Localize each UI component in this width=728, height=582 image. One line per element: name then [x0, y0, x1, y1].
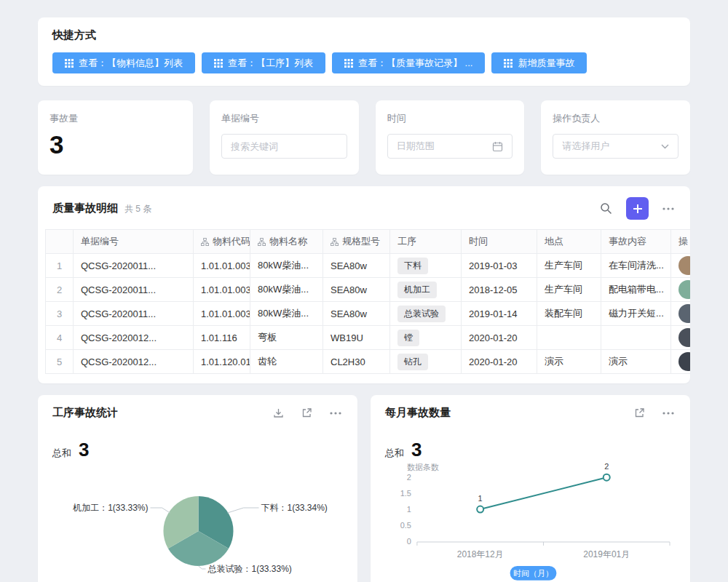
- add-quality-accident-button[interactable]: 新增质量事故: [491, 52, 587, 73]
- cell-doc[interactable]: QCSG-2020011...: [74, 254, 194, 278]
- cell-time[interactable]: 2019-01-03: [462, 254, 537, 278]
- cell-material-code[interactable]: 1.01.01.003: [194, 254, 250, 278]
- date-range-picker[interactable]: 日期范围: [387, 134, 513, 159]
- column-header-spec[interactable]: 规格型号: [323, 230, 390, 254]
- cell-time[interactable]: 2020-01-20: [462, 326, 537, 350]
- avatar: [678, 256, 690, 275]
- cell-time[interactable]: 2019-01-14: [462, 302, 537, 326]
- column-header-material-code[interactable]: 物料代码: [194, 230, 250, 254]
- cell-operator[interactable]: [671, 302, 691, 326]
- cell-process[interactable]: 下料: [390, 254, 462, 278]
- pie-chart-title: 工序事故统计: [52, 406, 118, 420]
- more-options-button[interactable]: [661, 206, 676, 212]
- expand-button[interactable]: [300, 406, 314, 420]
- cell-spec[interactable]: CL2H30: [323, 350, 390, 374]
- cell-spec[interactable]: SEA80w: [323, 278, 390, 302]
- cell-time[interactable]: 2020-01-20: [462, 350, 537, 374]
- table-row[interactable]: 2 QCSG-2020011... 1.01.01.003 80kW柴油... …: [46, 278, 691, 302]
- data-point-1[interactable]: [477, 506, 483, 513]
- column-header-material-name[interactable]: 物料名称: [250, 230, 323, 254]
- cell-material-name[interactable]: 80kW柴油...: [250, 254, 323, 278]
- pie-leader-line: [151, 508, 170, 513]
- cell-process[interactable]: 总装试验: [390, 302, 462, 326]
- cell-process[interactable]: 机加工: [390, 278, 462, 302]
- expand-button[interactable]: [633, 406, 646, 420]
- cell-operator[interactable]: [671, 350, 691, 374]
- download-button[interactable]: [272, 406, 285, 420]
- user-select-placeholder: 请选择用户: [562, 140, 609, 153]
- cell-place[interactable]: 演示: [537, 350, 601, 374]
- avatar: [678, 352, 690, 371]
- column-header-doc[interactable]: 单据编号: [74, 230, 194, 254]
- cell-material-name[interactable]: 80kW柴油...: [250, 278, 323, 302]
- column-header-process[interactable]: 工序: [390, 230, 462, 254]
- grid-view-icon: [214, 59, 223, 68]
- dashboard-page: 快捷方式 查看：【物料信息】列表 查看：【工序】列表 查看：【质量事故记录】 .…: [0, 0, 728, 582]
- process-tag: 机加工: [397, 282, 437, 298]
- column-header-place[interactable]: 地点: [537, 230, 601, 254]
- view-quality-accident-records-button[interactable]: 查看：【质量事故记录】 ...: [332, 52, 485, 73]
- cell-time[interactable]: 2018-12-05: [462, 278, 537, 302]
- cell-content[interactable]: 配电箱带电...: [601, 278, 671, 302]
- cell-spec[interactable]: WB19U: [323, 326, 390, 350]
- cell-material-name[interactable]: 弯板: [250, 326, 323, 350]
- table-row[interactable]: 3 QCSG-2020011... 1.01.01.003 80kW柴油... …: [46, 302, 691, 326]
- cell-material-code[interactable]: 1.01.116: [194, 326, 250, 350]
- column-label: 时间: [469, 235, 488, 248]
- grid-view-icon: [504, 59, 513, 68]
- view-process-list-button[interactable]: 查看：【工序】列表: [202, 52, 325, 73]
- cell-place[interactable]: [537, 326, 601, 350]
- user-select[interactable]: 请选择用户: [553, 134, 678, 159]
- y-tick: 2: [407, 473, 411, 482]
- column-label: 物料名称: [269, 235, 307, 248]
- more-options-button[interactable]: [661, 410, 676, 416]
- cell-operator[interactable]: [671, 278, 691, 302]
- data-line: [480, 477, 607, 509]
- cell-content[interactable]: [601, 326, 671, 350]
- column-header-content[interactable]: 事故内容: [601, 230, 671, 254]
- more-options-button[interactable]: [328, 410, 343, 416]
- cell-material-code[interactable]: 1.01.01.003: [194, 302, 250, 326]
- table-row[interactable]: 5 QCSG-2020012... 1.01.120.01 齿轮 CL2H30 …: [46, 350, 691, 374]
- avatar: [678, 304, 690, 323]
- table-row[interactable]: 1 QCSG-2020011... 1.01.01.003 80kW柴油... …: [46, 254, 691, 278]
- sum-label: 总和: [385, 447, 404, 460]
- table-row[interactable]: 4 QCSG-2020012... 1.01.116 弯板 WB19U 镗 20…: [46, 326, 691, 350]
- cell-operator[interactable]: [671, 254, 691, 278]
- cell-place[interactable]: 装配车间: [537, 302, 601, 326]
- cell-spec[interactable]: SEA80w: [323, 254, 390, 278]
- cell-doc[interactable]: QCSG-2020011...: [74, 302, 194, 326]
- table-scroll-area[interactable]: 单据编号 物料代码 物料名称 规格型号 工序 时间 地点 事故内容 操 1 QC: [45, 229, 690, 374]
- cell-place[interactable]: 生产车间: [537, 254, 601, 278]
- doc-number-filter-card: 单据编号: [210, 100, 359, 175]
- cell-material-code[interactable]: 1.01.01.003: [194, 278, 250, 302]
- cell-material-name[interactable]: 齿轮: [250, 350, 323, 374]
- column-header-index: [46, 230, 74, 254]
- cell-process[interactable]: 钻孔: [390, 350, 462, 374]
- charts-row: 工序事故统计 总和 3: [38, 395, 690, 582]
- data-point-2[interactable]: [604, 474, 610, 481]
- cell-content[interactable]: 在车间清洗...: [601, 254, 671, 278]
- y-tick: 0.5: [400, 521, 411, 530]
- cell-content[interactable]: 磁力开关短...: [601, 302, 671, 326]
- cell-doc[interactable]: QCSG-2020011...: [74, 278, 194, 302]
- cell-doc[interactable]: QCSG-2020012...: [74, 326, 194, 350]
- cell-place[interactable]: 生产车间: [537, 278, 601, 302]
- cell-process[interactable]: 镗: [390, 326, 462, 350]
- grid-view-icon: [344, 59, 353, 68]
- add-record-button[interactable]: [626, 197, 649, 220]
- cell-spec[interactable]: SEA80w: [323, 302, 390, 326]
- doc-number-search-input[interactable]: [221, 134, 347, 159]
- column-header-time[interactable]: 时间: [462, 230, 537, 254]
- cell-material-name[interactable]: 80kW柴油...: [250, 302, 323, 326]
- cell-doc[interactable]: QCSG-2020012...: [74, 350, 194, 374]
- search-button[interactable]: [598, 201, 614, 216]
- view-material-info-list-button[interactable]: 查看：【物料信息】列表: [52, 52, 195, 73]
- cell-operator[interactable]: [671, 326, 691, 350]
- column-label: 事故内容: [609, 235, 646, 248]
- sum-value: 3: [79, 439, 89, 461]
- cell-material-code[interactable]: 1.01.120.01: [194, 350, 250, 374]
- column-header-operator[interactable]: 操: [671, 230, 691, 254]
- pie-label-jijiagong: 机加工：1(33.33%): [72, 503, 148, 513]
- cell-content[interactable]: 演示: [601, 350, 671, 374]
